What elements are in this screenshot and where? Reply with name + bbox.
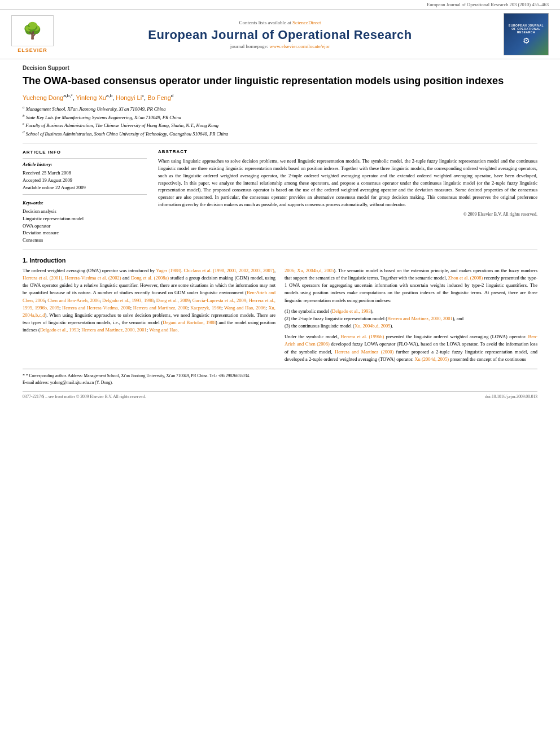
elsevier-logo-area: 🌳 ELSEVIER (11, 15, 62, 53)
ref-xu2004bde: Xu, 2004b,d, 2005 (355, 323, 391, 329)
article-info-section: ARTICLE INFO Article history: Received 2… (23, 149, 147, 244)
ref-chiclana: Chiclana et al. (1998, 2001, 2002, 2003,… (184, 268, 274, 273)
ref-garcia: García-Lapresta et al., 2009 (193, 298, 246, 303)
elsevier-logo: 🌳 ELSEVIER (11, 15, 54, 53)
ref-wanghao: Wang and Hao, (149, 327, 178, 333)
journal-name: European Journal of Operational Research (62, 28, 498, 42)
keyword-5: Consensus (23, 237, 147, 244)
doi-line: doi:10.1016/j.ejor.2009.08.013 (485, 394, 537, 399)
intro-col-right: 2006; Xu, 2004b,d, 2005). The semantic m… (285, 267, 537, 363)
intro-section: 1. Introduction The ordered weighted ave… (23, 257, 537, 363)
intro-para-r1: 2006; Xu, 2004b,d, 2005). The semantic m… (285, 267, 537, 304)
keyword-2: Linguistic representation model (23, 215, 147, 222)
intro-col-left: The ordered weighted averaging (OWA) ope… (23, 267, 275, 363)
article-info-label: ARTICLE INFO (23, 149, 147, 156)
ref-herreramartinez2000c: Herrera and Martínez, 2000, 2001 (387, 316, 453, 321)
intro-numbered-list: (1) the symbolic model (Delgado et al., … (285, 308, 537, 330)
ref-kacprzyk: Kacprzyk, 1986 (190, 305, 221, 311)
ref-herrera2001: Herrera et al. (2001) (23, 275, 62, 281)
ref-zhou2008: Zhou et al. (2008) (448, 275, 483, 281)
ref-xu2004d2005: Xu (2004d, 2005) (414, 356, 449, 362)
citation-bar: European Journal of Operational Research… (0, 0, 560, 10)
author-yinfeng: Yinfeng Xu (76, 94, 106, 101)
section-number: 1. (23, 257, 28, 264)
article-info-abstract: ARTICLE INFO Article history: Received 2… (23, 149, 537, 244)
ref-delgado93b: Delgado et al., 1993 (332, 308, 371, 314)
affiliation-d: d School of Business Administration, Sou… (23, 129, 537, 138)
intro-para-r2: Under the symbolic model, Herrera et al.… (285, 333, 537, 363)
paper-title: The OWA-based consensus operator under l… (23, 75, 537, 88)
elsevier-logo-box: 🌳 (11, 15, 54, 46)
sciencedirect-link-text: ScienceDirect (292, 20, 321, 25)
keyword-4: Deviation measure (23, 229, 147, 237)
ref-degani: Degani and Bortolan, 1988 (163, 320, 216, 325)
authors-line: Yucheng Donga,b,*, Yinfeng Xua,b, Hongyi… (23, 93, 537, 101)
bottom-bar: 0377-2217/$ – see front matter © 2009 El… (23, 391, 537, 399)
intro-para-1: The ordered weighted averaging (OWA) ope… (23, 267, 275, 334)
ref-chen2006: Chen and Ben-Arieh, 2006 (47, 298, 99, 303)
article-info-col: ARTICLE INFO Article history: Received 2… (23, 149, 147, 244)
elsevier-tree-icon: 🌳 (23, 23, 42, 39)
page: European Journal of Operational Research… (0, 0, 560, 405)
abstract-text: When using linguistic approaches to solv… (158, 158, 537, 208)
logo-line3: RESEARCH (517, 30, 535, 34)
ref-herrera1996b: Herrera et al. (1996b) (340, 334, 384, 339)
affiliations: a Management School, Xi'an Jiaotong Univ… (23, 104, 537, 137)
main-content: Decision Support The OWA-based consensus… (0, 59, 560, 405)
divider-2 (23, 250, 537, 250)
ref-herreramartinez2000: Herrera and Martínez, 2000 (133, 305, 187, 311)
ref-dong2009: Dong et al., 2009 (156, 298, 190, 303)
affiliation-c: c Faculty of Business Administration, Th… (23, 121, 537, 129)
keyword-1: Decision analysis (23, 208, 147, 215)
ref-benariehchen2006: Ben-Arieh and Chen (2006) (285, 334, 537, 347)
ref-herrera2000: Herrera and Herrera-Viedma, 2000 (62, 305, 130, 311)
ref-herreramartinez2000b: Herrera and Martínez, 2000, 2001 (81, 327, 147, 333)
journal-header-center: Contents lists available at ScienceDirec… (62, 20, 498, 49)
homepage-url: www.elsevier.com/locate/ejor (269, 43, 330, 49)
received-date: Received 25 March 2008 (23, 169, 147, 177)
section-name: Introduction (29, 257, 65, 264)
ref-2006xu: 2006; Xu, 2004b,d, 2005 (285, 268, 334, 273)
abstract-label: ABSTRACT (158, 149, 537, 154)
citation-text: European Journal of Operational Research… (427, 2, 549, 7)
author-yucheng: Yucheng Dong (23, 94, 63, 101)
accepted-date: Accepted 19 August 2009 (23, 177, 147, 184)
journal-logo-area: EUROPEAN JOURNAL OF OPERATIONAL RESEARCH… (498, 13, 549, 55)
journal-header: 🌳 ELSEVIER Contents lists available at S… (0, 10, 560, 59)
contents-available-text: Contents lists available at (239, 20, 291, 25)
footnote-email: E-mail address: ycdong@mail.xjtu.edu.cn … (23, 379, 537, 386)
ref-herreramartinez2000d: Herrera and Martínez (2000) (335, 349, 393, 355)
ref-dong2008a: Dong et al. (2008a) (131, 275, 169, 281)
keywords-label: Keywords: (23, 199, 147, 207)
ref-yager: Yager (1988) (156, 268, 181, 273)
ref-delgado93: Delgado et al., 1993 (40, 327, 79, 333)
logo-icon: ⚙ (523, 36, 530, 45)
keyword-3: OWA operator (23, 222, 147, 230)
section-label: Decision Support (23, 65, 537, 71)
copyright-line: © 2009 Elsevier B.V. All rights reserved… (158, 212, 537, 217)
affiliation-a: a Management School, Xi'an Jiaotong Univ… (23, 104, 537, 113)
divider-1 (23, 143, 537, 143)
issn-line: 0377-2217/$ – see front matter © 2009 El… (23, 394, 146, 399)
section-title: 1. Introduction (23, 257, 537, 264)
history-label: Article history: (23, 161, 147, 168)
author-bo: Bo Feng (147, 94, 171, 101)
ref-delgado: Delgado et al., 1993, 1998 (102, 298, 154, 303)
journal-logo-box: EUROPEAN JOURNAL OF OPERATIONAL RESEARCH… (504, 13, 549, 55)
available-date: Available online 22 August 2009 (23, 184, 147, 191)
homepage-label: journal homepage: (230, 43, 268, 49)
author-hongyi: Hongyi Li (116, 94, 142, 101)
abstract-col: ABSTRACT When using linguistic approache… (158, 149, 537, 244)
footnote-section: * * Corresponding author. Address: Manag… (23, 369, 537, 386)
elsevier-label: ELSEVIER (18, 47, 47, 53)
journal-homepage-line: journal homepage: www.elsevier.com/locat… (62, 43, 498, 49)
sciencedirect-line: Contents lists available at ScienceDirec… (62, 20, 498, 25)
ref-wang2006: Wang and Hao, 2006 (224, 305, 265, 311)
footnote-star: * * Corresponding author. Address: Manag… (23, 373, 537, 379)
ref-herreraviedma: Herrera-Viedma et al. (2002) (65, 275, 121, 281)
affiliation-b: b State Key Lab. for Manufacturing Syste… (23, 113, 537, 121)
intro-two-col: The ordered weighted averaging (OWA) ope… (23, 267, 537, 363)
